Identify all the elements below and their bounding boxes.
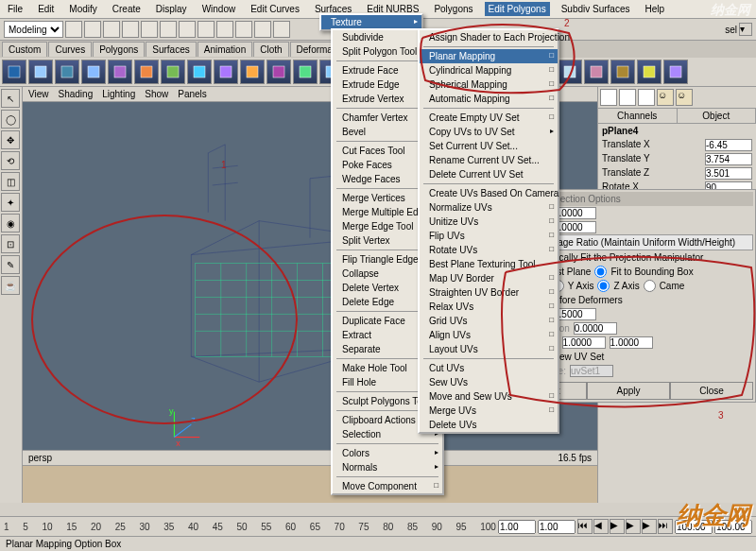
image-scale-field[interactable] — [562, 336, 606, 349]
snap2-icon[interactable] — [160, 21, 177, 38]
menu-item-copy-uvs-to-uv-set[interactable]: Copy UVs to UV Set — [420, 125, 558, 139]
menu-item-straighten-uv-border[interactable]: Straighten UV Border — [420, 285, 558, 300]
shelf-button-9[interactable] — [240, 60, 265, 84]
attr-field[interactable] — [705, 153, 752, 165]
layer-icon[interactable] — [600, 89, 617, 106]
menu-item-normalize-uvs[interactable]: Normalize UVs — [420, 200, 558, 215]
menu-item-flip-uvs[interactable]: Flip UVs — [420, 229, 558, 243]
menu-create[interactable]: Create — [109, 2, 145, 16]
menu-item-sew-uvs[interactable]: Sew UVs — [420, 375, 558, 389]
scale-tool-icon[interactable]: ◫ — [1, 172, 20, 191]
range-start-field[interactable] — [498, 520, 536, 534]
image-rotation-field[interactable] — [574, 322, 617, 335]
menu-item-delete-current-uv-set[interactable]: Delete Current UV Set — [420, 167, 558, 181]
menu-edit-curves[interactable]: Edit Curves — [247, 2, 303, 16]
teapot-tool-icon[interactable]: ☕ — [1, 276, 20, 295]
shelf-tab-animation[interactable]: Animation — [198, 42, 252, 57]
snap-icon[interactable] — [141, 21, 158, 38]
menu-display[interactable]: Display — [152, 2, 191, 16]
shelf-button-11[interactable] — [293, 60, 318, 84]
render-icon[interactable] — [216, 21, 233, 38]
range-slider[interactable] — [23, 465, 597, 503]
shelf-button-8[interactable] — [214, 60, 238, 84]
tab-channels[interactable]: Channels — [598, 109, 678, 123]
menu-item-unitize-uvs[interactable]: Unitize UVs — [420, 215, 558, 229]
shelf-button-7[interactable] — [187, 60, 212, 84]
menu-item-cylindrical-mapping[interactable]: Cylindrical Mapping — [420, 63, 558, 77]
manipulate-tool-icon[interactable]: ✦ — [1, 193, 20, 212]
shelf-tab-polygons[interactable]: Polygons — [93, 42, 145, 57]
step-back-icon[interactable]: ◀ — [593, 519, 609, 534]
face-icon[interactable]: ☺ — [657, 89, 674, 106]
menu-item-rotate-uvs[interactable]: Rotate UVs — [420, 243, 558, 257]
menu-subdiv-surfaces[interactable]: Subdiv Surfaces — [558, 2, 634, 16]
menu-item-map-uv-border[interactable]: Map UV Border — [420, 271, 558, 285]
vp-menu-shading[interactable]: Shading — [59, 89, 94, 99]
shelf-button-2[interactable] — [55, 60, 79, 84]
z-axis-radio[interactable] — [597, 280, 610, 292]
paint-tool-icon[interactable]: ✎ — [1, 255, 20, 274]
snap4-icon[interactable] — [198, 21, 215, 38]
texture-submenu[interactable]: Assign Shader to Each ProjectionPlanar M… — [418, 28, 559, 434]
play-back-icon[interactable]: ▶ — [610, 519, 625, 534]
menu-item-rename-current-uv-set-[interactable]: Rename Current UV Set... — [420, 153, 558, 167]
vp-menu-lighting[interactable]: Lighting — [102, 89, 135, 99]
menu-polygons[interactable]: Polygons — [430, 2, 476, 16]
attr-field[interactable] — [705, 139, 752, 151]
redo-icon[interactable] — [122, 21, 139, 38]
view-tool-icon[interactable]: ⊡ — [1, 234, 20, 253]
sel-arrow-icon[interactable]: ▾ — [739, 23, 752, 36]
layer-icon[interactable] — [638, 89, 655, 106]
arrow-tool-icon[interactable]: ↖ — [1, 89, 20, 108]
save-icon[interactable] — [84, 21, 101, 38]
menu-file[interactable]: File — [4, 2, 26, 16]
vp-menu-view[interactable]: View — [28, 89, 49, 99]
texture-submenu-item[interactable]: Texture — [321, 15, 421, 29]
shelf-button-25[interactable] — [663, 60, 688, 84]
menu-item-create-empty-uv-set[interactable]: Create Empty UV Set — [420, 111, 558, 125]
menu-item-assign-shader-to-each-projection[interactable]: Assign Shader to Each Projection — [420, 30, 558, 44]
menu-item-spherical-mapping[interactable]: Spherical Mapping — [420, 77, 558, 92]
hist-icon[interactable] — [273, 21, 290, 38]
face-icon[interactable]: ☺ — [676, 89, 693, 106]
camera-radio[interactable] — [644, 280, 656, 292]
menu-item-planar-mapping[interactable]: Planar Mapping — [420, 49, 558, 63]
shelf-tab-custom[interactable]: Custom — [2, 42, 47, 57]
image-scale-field[interactable] — [610, 336, 653, 349]
menu-modify[interactable]: Modify — [65, 2, 100, 16]
close-button[interactable]: Close — [670, 382, 753, 400]
channel-tabs[interactable]: Channels Object — [598, 109, 756, 124]
lasso-tool-icon[interactable]: ◯ — [1, 110, 20, 129]
snap3-icon[interactable] — [179, 21, 196, 38]
menu-item-align-uvs[interactable]: Align UVs — [420, 328, 558, 342]
menu-item-colors[interactable]: Colors — [333, 446, 442, 460]
menu-edit-polygons[interactable]: Edit Polygons — [485, 2, 550, 16]
rbin-icon[interactable] — [254, 21, 271, 38]
node-name[interactable]: pPlane4 — [598, 124, 756, 138]
menu-help[interactable]: Help — [642, 2, 669, 16]
tab-object[interactable]: Object — [678, 109, 757, 123]
step-fwd-icon[interactable]: ▶ — [642, 519, 657, 534]
shelf-button-0[interactable] — [2, 60, 26, 84]
shelf-button-5[interactable] — [134, 60, 159, 84]
rewind-icon[interactable]: ⏮ — [577, 519, 593, 534]
shelf-tab-curves[interactable]: Curves — [48, 42, 92, 57]
apply-button[interactable]: Apply — [587, 382, 670, 400]
softsel-tool-icon[interactable]: ◉ — [1, 214, 20, 232]
menu-item-merge-uvs[interactable]: Merge UVs — [420, 404, 558, 418]
menu-window[interactable]: Window — [198, 2, 240, 16]
tool-box[interactable]: ↖◯✥⟲◫✦◉⊡✎☕ — [0, 87, 23, 503]
fit-bounding-box-radio[interactable] — [594, 266, 607, 278]
play-fwd-icon[interactable]: ▶ — [626, 519, 641, 534]
ipr-icon[interactable] — [235, 21, 252, 38]
menu-item-move-component[interactable]: Move Component — [333, 479, 442, 493]
shelf-button-4[interactable] — [108, 60, 132, 84]
shelf-button-22[interactable] — [584, 60, 609, 84]
shelf-button-10[interactable] — [266, 60, 291, 84]
menu-item-best-plane-texturing-tool[interactable]: Best Plane Texturing Tool — [420, 257, 558, 271]
menu-item-relax-uvs[interactable]: Relax UVs — [420, 300, 558, 314]
vp-menu-show[interactable]: Show — [145, 89, 168, 99]
menu-item-set-current-uv-set-[interactable]: Set Current UV Set... — [420, 139, 558, 153]
shelf-button-21[interactable] — [558, 60, 582, 84]
file-icon[interactable] — [65, 21, 82, 38]
